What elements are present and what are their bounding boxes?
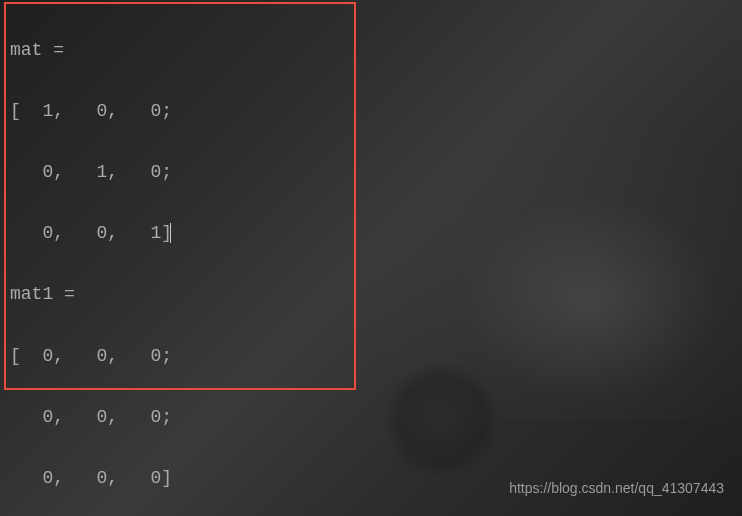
output-line: mat1 = [10, 279, 732, 310]
console-output: mat = [ 1, 0, 0; 0, 1, 0; 0, 0, 1] mat1 … [0, 0, 742, 516]
output-line: 0, 1, 0; [10, 157, 732, 188]
output-line: mat = [10, 35, 732, 66]
output-line: [ 0, 0, 0; [10, 341, 732, 372]
text-cursor [170, 223, 171, 243]
output-line: 0, 0, 1] [10, 218, 732, 249]
watermark-link: https://blog.csdn.net/qq_41307443 [509, 480, 724, 496]
output-line: [ 1, 0, 0; [10, 96, 732, 127]
output-line: 0, 0, 0; [10, 402, 732, 433]
